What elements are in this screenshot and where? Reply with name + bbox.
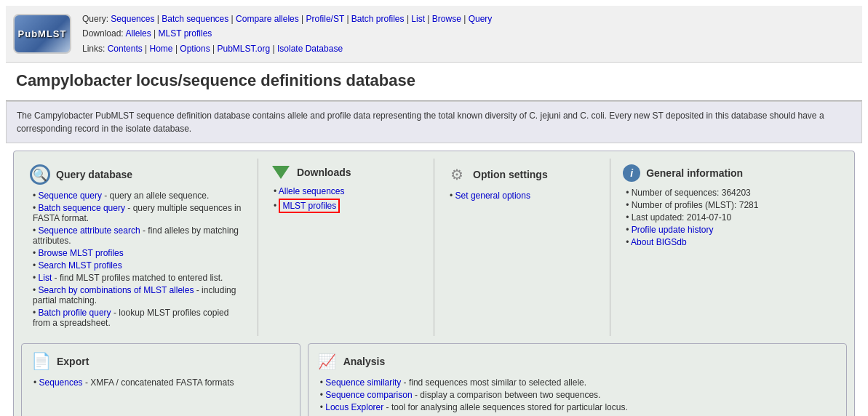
description-text: The Campylobacter PubMLST sequence defin… (17, 111, 824, 134)
sequence-comparison-link[interactable]: Sequence comparison (325, 390, 412, 400)
list-item: MLST profiles (274, 199, 421, 213)
locus-suffix: - tool for analysing allele sequences st… (383, 402, 628, 412)
logo: PubMLST (13, 14, 71, 54)
link-contents[interactable]: Contents (108, 44, 143, 54)
query-label: Query: (82, 14, 108, 24)
sequences-export-suffix: - XMFA / concatenated FASTA formats (83, 377, 234, 388)
batch-profile-link[interactable]: Batch profile query (39, 308, 111, 318)
list-item: Set general options (450, 191, 597, 201)
nav-query[interactable]: Query (469, 14, 493, 24)
list-item: Sequence comparison - display a comparis… (320, 390, 837, 400)
list-link[interactable]: List (39, 273, 52, 283)
download-icon (271, 164, 291, 180)
locus-explorer-link[interactable]: Locus Explorer (325, 402, 383, 412)
sequence-attribute-link[interactable]: Sequence attribute search (39, 225, 140, 236)
list-item: Allele sequences (274, 186, 421, 196)
query-list: Sequence query - query an allele sequenc… (30, 191, 245, 328)
nav-browse[interactable]: Browse (432, 14, 461, 24)
list-item: Sequence query - query an allele sequenc… (33, 191, 245, 201)
gear-icon: ⚙ (447, 164, 467, 185)
list-item: Browse MLST profiles (33, 248, 245, 258)
query-section-title: 🔍 Query database (30, 164, 245, 185)
search-icon: 🔍 (30, 164, 50, 185)
export-heading: Export (57, 356, 89, 367)
downloads-title: Downloads (271, 164, 421, 180)
export-list: Sequences - XMFA / concatenated FASTA fo… (31, 377, 291, 388)
query-row: Query: Sequences | Batch sequences | Com… (82, 12, 492, 26)
analysis-list: Sequence similarity - find sequences mos… (317, 377, 837, 412)
link-isolate[interactable]: Isolate Database (277, 44, 343, 54)
query-section: 🔍 Query database Sequence query - query … (21, 159, 254, 336)
description-box: The Campylobacter PubMLST sequence defin… (6, 101, 862, 143)
page-title: Campylobacter locus/sequence definitions… (16, 71, 852, 90)
bottom-row: 📄 Export Sequences - XMFA / concatenated… (21, 343, 847, 416)
options-section: ⚙ Option settings Set general options (438, 159, 606, 336)
divider-2 (434, 159, 434, 336)
general-list: Number of sequences: 364203 Number of pr… (623, 188, 838, 247)
list-item: About BIGSdb (626, 237, 838, 247)
sections-row: 🔍 Query database Sequence query - query … (21, 159, 847, 336)
list-suffix: - find MLST profiles matched to entered … (52, 273, 223, 283)
link-home[interactable]: Home (150, 44, 173, 54)
analysis-section: 📈 Analysis Sequence similarity - find se… (308, 343, 847, 416)
nav-batch-profiles[interactable]: Batch profiles (351, 14, 405, 24)
list-item: Batch profile query - lookup MLST profil… (33, 308, 245, 328)
list-item: Locus Explorer - tool for analysing alle… (320, 402, 837, 412)
list-item: Sequences - XMFA / concatenated FASTA fo… (33, 377, 291, 388)
analysis-heading: Analysis (343, 356, 386, 367)
last-updated: Last updated: 2014-07-10 (632, 212, 731, 223)
num-sequences: Number of sequences: 364203 (632, 188, 751, 198)
document-icon: 📄 (31, 352, 51, 371)
export-title: 📄 Export (31, 351, 291, 372)
divider-3 (610, 159, 610, 336)
downloads-heading: Downloads (297, 167, 351, 178)
nav-batch-sequences[interactable]: Batch sequences (162, 14, 228, 24)
nav-profile-st[interactable]: Profile/ST (306, 14, 344, 24)
list-item: Search MLST profiles (33, 260, 245, 271)
search-mlst-link[interactable]: Search MLST profiles (39, 260, 122, 271)
download-label: Download: (82, 28, 124, 39)
sequence-query-link[interactable]: Sequence query (39, 191, 102, 201)
main-panel: 🔍 Query database Sequence query - query … (13, 151, 855, 416)
list-item: Number of profiles (MLST): 7281 (626, 200, 838, 210)
seq-comp-suffix: - display a comparison between two seque… (413, 390, 601, 400)
allele-sequences-link[interactable]: Allele sequences (279, 186, 345, 196)
general-heading: General information (646, 167, 743, 179)
mlst-profiles-link[interactable]: MLST profiles (282, 201, 336, 211)
list-item: Search by combinations of MLST alleles -… (33, 285, 245, 305)
downloads-section: Downloads Allele sequences MLST profiles (262, 159, 430, 336)
sequences-export-link[interactable]: Sequences (39, 377, 83, 388)
about-bigsdb-link[interactable]: About BIGSdb (631, 237, 687, 247)
nav-list[interactable]: List (411, 14, 425, 24)
download-arrow-icon (272, 166, 290, 179)
analysis-title: 📈 Analysis (317, 351, 837, 372)
export-icon: 📄 (31, 351, 51, 372)
options-heading: Option settings (473, 169, 548, 180)
profile-update-history-link[interactable]: Profile update history (632, 225, 714, 235)
dl-alleles[interactable]: Alleles (125, 28, 151, 39)
num-profiles: Number of profiles (MLST): 7281 (632, 200, 759, 210)
info-icon: i (623, 164, 640, 182)
sequence-similarity-link[interactable]: Sequence similarity (325, 377, 401, 388)
batch-sequence-query-link[interactable]: Batch sequence query (39, 203, 125, 213)
browse-mlst-link[interactable]: Browse MLST profiles (39, 248, 124, 258)
chart-icon: 📈 (318, 353, 336, 370)
search-combinations-link[interactable]: Search by combinations of MLST alleles (39, 285, 194, 295)
nav-compare-alleles[interactable]: Compare alleles (236, 14, 299, 24)
link-options[interactable]: Options (180, 44, 210, 54)
general-options-link[interactable]: Set general options (455, 191, 530, 201)
dl-mlst-profiles[interactable]: MLST profiles (159, 28, 212, 39)
list-item: Sequence similarity - find sequences mos… (320, 377, 837, 388)
options-list: Set general options (447, 191, 597, 201)
header: PubMLST Query: Sequences | Batch sequenc… (6, 6, 862, 63)
link-pubmlst[interactable]: PubMLST.org (218, 44, 271, 54)
list-item: Number of sequences: 364203 (626, 188, 838, 198)
nav-sequences[interactable]: Sequences (111, 14, 154, 24)
links-label: Links: (82, 44, 105, 54)
general-title: i General information (623, 164, 838, 182)
header-links: Query: Sequences | Batch sequences | Com… (82, 12, 492, 56)
logo-image: PubMLST (13, 14, 71, 54)
analysis-icon: 📈 (317, 351, 338, 372)
title-section: Campylobacter locus/sequence definitions… (6, 63, 862, 101)
list-item: Batch sequence query - query multiple se… (33, 203, 245, 223)
